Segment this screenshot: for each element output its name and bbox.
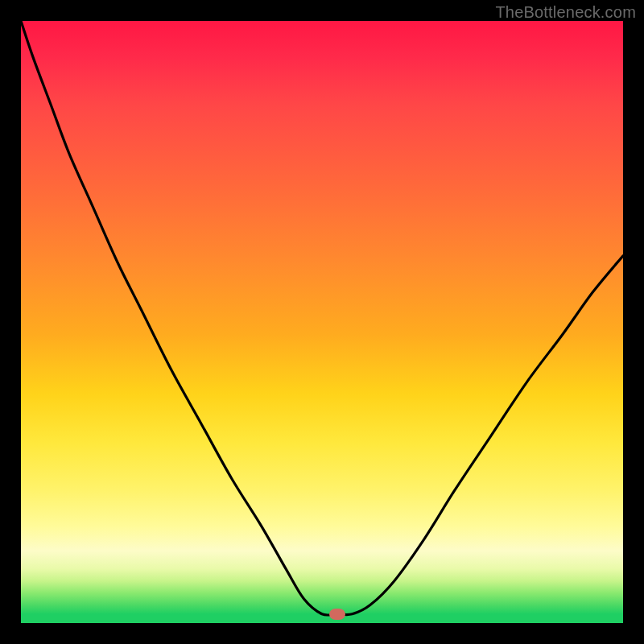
plot-area: [21, 21, 623, 623]
optimum-marker: [329, 609, 345, 620]
chart-frame: TheBottleneck.com: [0, 0, 644, 644]
bottleneck-curve: [21, 21, 623, 623]
watermark-text: TheBottleneck.com: [495, 3, 636, 22]
